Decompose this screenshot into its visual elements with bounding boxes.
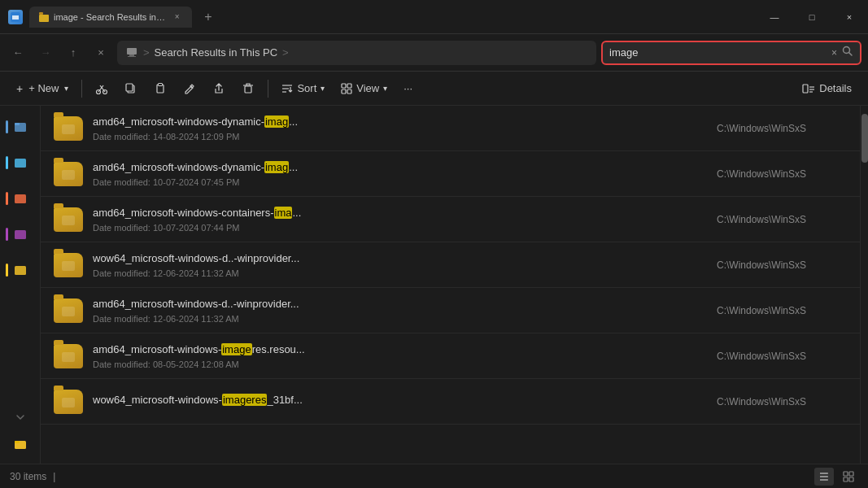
grid-view-button[interactable] (839, 468, 858, 486)
svg-rect-31 (15, 159, 26, 168)
path-bar[interactable]: > Search Results in This PC > (117, 41, 596, 65)
highlight-text: imageres (222, 394, 267, 406)
statusbar: 30 items | (0, 464, 868, 488)
sidebar-accent-2 (6, 156, 8, 169)
file-path: C:\Windows\WinSxS (717, 351, 847, 362)
file-info: amd64_microsoft-windows-containers-ima..… (93, 206, 707, 232)
new-button[interactable]: + + New ▾ (10, 76, 75, 101)
table-row[interactable]: amd64_microsoft-windows-imageres.resou..… (41, 333, 860, 379)
window-controls: — □ × (756, 0, 868, 34)
file-list: amd64_microsoft-windows-dynamic-imag...D… (41, 106, 860, 464)
details-button[interactable]: Details (796, 76, 858, 101)
delete-button[interactable] (235, 76, 261, 101)
file-path: C:\Windows\WinSxS (717, 123, 847, 134)
file-date: Date modified: 08-05-2024 12:08 AM (93, 359, 707, 369)
sidebar-item-5[interactable] (6, 255, 35, 285)
highlight-text: imag (264, 115, 289, 128)
svg-rect-36 (15, 441, 20, 443)
file-date: Date modified: 12-06-2024 11:32 AM (93, 268, 707, 278)
sort-button[interactable]: Sort ▾ (275, 76, 331, 101)
file-list-area: amd64_microsoft-windows-dynamic-imag...D… (41, 106, 868, 464)
sidebar-folder[interactable] (13, 437, 28, 454)
table-row[interactable]: amd64_microsoft-windows-containers-ima..… (41, 197, 860, 242)
view-icon (341, 83, 352, 94)
sidebar-item-1[interactable] (6, 112, 35, 142)
sidebar-item-3[interactable] (6, 184, 35, 213)
list-view-button[interactable] (814, 468, 834, 486)
new-icon: + (16, 82, 23, 95)
folder-icon (54, 344, 83, 368)
path-label: Search Results in This PC (155, 46, 278, 59)
paste-button[interactable] (147, 76, 173, 101)
file-name: amd64_microsoft-windows-d..-winprovider.… (93, 297, 707, 312)
details-label: Details (819, 82, 852, 94)
search-box[interactable]: × (601, 41, 861, 65)
statusbar-separator: | (53, 471, 55, 482)
sidebar-accent-1 (6, 120, 8, 133)
file-name: amd64_microsoft-windows-containers-ima..… (93, 206, 707, 220)
svg-rect-2 (39, 12, 43, 15)
table-row[interactable]: amd64_microsoft-windows-dynamic-imag...D… (41, 151, 860, 197)
copy-button[interactable] (118, 76, 144, 101)
new-tab-button[interactable]: + (198, 7, 218, 27)
svg-rect-4 (129, 54, 134, 56)
up-button[interactable]: ↑ (62, 41, 85, 64)
file-info: wow64_microsoft-windows-imageres_31bf... (93, 393, 707, 409)
file-date: Date modified: 10-07-2024 07:44 PM (93, 223, 707, 233)
more-button[interactable]: ··· (397, 76, 419, 101)
file-path: C:\Windows\WinSxS (717, 259, 847, 271)
titlebar: image - Search Results in This | × + — □… (0, 0, 868, 34)
close-button[interactable]: × (831, 0, 868, 34)
file-info: amd64_microsoft-windows-dynamic-imag...D… (93, 115, 707, 141)
cancel-button[interactable]: × (89, 41, 112, 64)
new-dropdown-icon: ▾ (64, 84, 68, 93)
view-button[interactable]: View ▾ (334, 76, 394, 101)
file-info: amd64_microsoft-windows-dynamic-imag...D… (93, 160, 707, 186)
search-go-button[interactable] (842, 46, 853, 59)
sidebar-strip (0, 106, 41, 464)
svg-rect-25 (803, 85, 808, 93)
back-button[interactable]: ← (7, 41, 29, 64)
sidebar-accent-3 (6, 192, 8, 205)
sort-dropdown-icon: ▾ (321, 84, 325, 93)
view-dropdown-icon: ▾ (383, 84, 387, 93)
scrollbar-track[interactable] (860, 106, 868, 464)
file-path: C:\Windows\WinSxS (717, 396, 847, 407)
scrollbar-thumb[interactable] (861, 114, 868, 163)
folder-icon (54, 253, 83, 277)
svg-rect-3 (127, 48, 137, 54)
cut-button[interactable] (89, 76, 115, 101)
file-date: Date modified: 14-08-2024 12:09 PM (93, 132, 707, 142)
sort-label: Sort (297, 82, 316, 94)
sidebar-item-2[interactable] (6, 148, 35, 177)
rename-button[interactable] (177, 76, 203, 101)
svg-rect-21 (342, 84, 346, 88)
file-name: amd64_microsoft-windows-dynamic-imag... (93, 160, 707, 175)
details-icon (802, 82, 815, 95)
share-button[interactable] (206, 76, 232, 101)
forward-button[interactable]: → (34, 41, 57, 64)
sidebar-expand[interactable] (13, 410, 28, 434)
search-clear-button[interactable]: × (831, 47, 837, 59)
pc-icon (125, 46, 138, 59)
folder-icon (54, 390, 83, 414)
table-row[interactable]: amd64_microsoft-windows-d..-winprovider.… (41, 288, 860, 333)
svg-rect-24 (347, 89, 351, 94)
tab-close-button[interactable]: × (172, 11, 182, 23)
svg-rect-42 (844, 477, 848, 481)
sidebar-item-4[interactable] (6, 220, 35, 249)
search-input[interactable] (609, 46, 827, 59)
svg-rect-33 (15, 230, 26, 239)
app-icon (8, 10, 23, 24)
table-row[interactable]: amd64_microsoft-windows-dynamic-imag...D… (41, 106, 860, 151)
svg-rect-43 (849, 477, 853, 481)
svg-rect-15 (159, 83, 163, 85)
table-row[interactable]: wow64_microsoft-windows-imageres_31bf...… (41, 379, 860, 425)
file-info: amd64_microsoft-windows-d..-winprovider.… (93, 297, 707, 323)
table-row[interactable]: wow64_microsoft-windows-d..-winprovider.… (41, 242, 860, 288)
folder-icon (54, 116, 83, 141)
active-tab[interactable]: image - Search Results in This | × (29, 7, 192, 28)
minimize-button[interactable]: — (756, 0, 793, 34)
maximize-button[interactable]: □ (793, 0, 831, 34)
highlight-text: imag (264, 161, 289, 173)
